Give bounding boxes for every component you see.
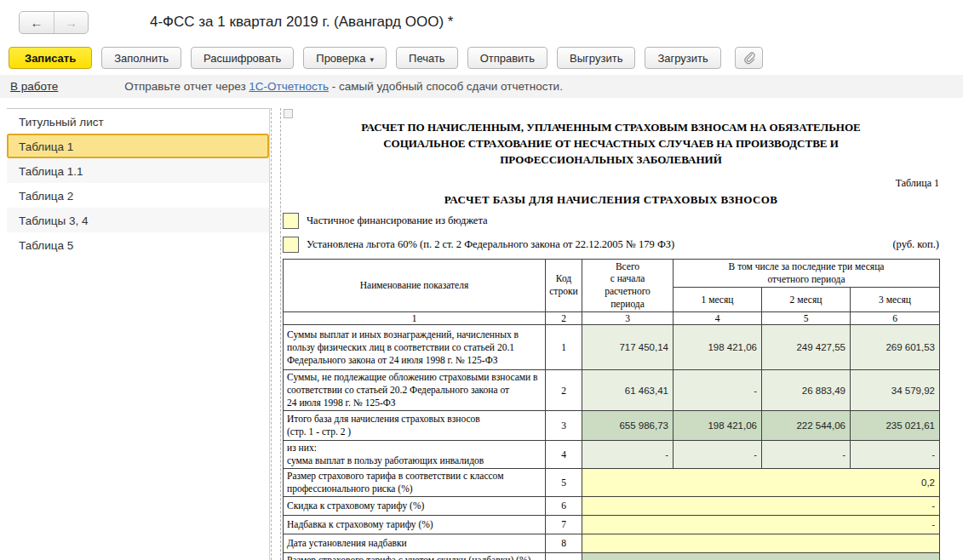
sidebar-item-table-2[interactable]: Таблица 2 bbox=[7, 183, 269, 208]
export-button[interactable]: Выгрузить bbox=[557, 47, 635, 69]
checkbox-row-benefit-60: Установлена льгота 60% (п. 2 ст. 2 Федер… bbox=[283, 236, 939, 254]
save-button[interactable]: Записать bbox=[9, 47, 92, 69]
check-dropdown-button[interactable]: Проверка▾ bbox=[303, 47, 387, 69]
nav-history-group: ← → bbox=[19, 11, 89, 34]
row-label: Размер страхового тарифа в соответствии … bbox=[284, 468, 546, 496]
sidebar-item-tables-3-4[interactable]: Таблицы 3, 4 bbox=[7, 208, 269, 232]
row-code: 3 bbox=[546, 411, 582, 441]
row-code: 8 bbox=[546, 534, 582, 552]
report-state-link[interactable]: В работе bbox=[10, 80, 58, 93]
col-header-group: В том числе за последние три месяца отче… bbox=[674, 259, 940, 288]
table-row: Размер страхового тарифа в соответствии … bbox=[284, 468, 940, 496]
col-header-month-3: 3 месяц bbox=[851, 288, 940, 312]
sheet-corner[interactable] bbox=[284, 109, 293, 118]
value-cell[interactable]: 198 421,06 bbox=[674, 325, 762, 370]
status-message: Отправьте отчет через 1С-Отчетность - са… bbox=[124, 80, 563, 93]
sidebar-item-table-5[interactable]: Таблица 5 bbox=[7, 232, 269, 257]
panel-splitter[interactable] bbox=[271, 108, 281, 560]
value-cell[interactable]: - bbox=[582, 515, 940, 534]
value-cell[interactable]: 0,20 bbox=[582, 552, 940, 560]
row-code: 6 bbox=[546, 496, 582, 515]
sidebar-item-table-1-1[interactable]: Таблица 1.1 bbox=[7, 158, 269, 183]
back-button[interactable]: ← bbox=[20, 12, 54, 33]
chevron-down-icon: ▾ bbox=[370, 55, 375, 64]
value-cell[interactable]: 235 021,61 bbox=[851, 411, 940, 441]
value-cell[interactable]: 61 463,41 bbox=[582, 370, 674, 411]
value-cell[interactable]: 26 883,49 bbox=[762, 370, 851, 411]
column-number-row: 1 2 3 4 5 6 bbox=[284, 312, 940, 325]
attachments-button[interactable] bbox=[735, 47, 763, 69]
value-cell[interactable]: - bbox=[582, 441, 674, 469]
status-message-suffix: - самый удобный способ сдачи отчетности. bbox=[329, 80, 563, 93]
value-cell[interactable]: 269 601,53 bbox=[851, 325, 940, 370]
page-title: 4-ФСС за 1 квартал 2019 г. (Авангард ООО… bbox=[150, 14, 453, 31]
print-button[interactable]: Печать bbox=[396, 47, 458, 69]
value-cell[interactable]: - bbox=[674, 370, 762, 411]
value-cell[interactable]: 198 421,06 bbox=[674, 411, 762, 441]
value-cell[interactable] bbox=[582, 534, 940, 552]
app-window: ← → 4-ФСС за 1 квартал 2019 г. (Авангард… bbox=[0, 0, 963, 560]
row-code: 9 bbox=[546, 552, 582, 560]
value-cell[interactable]: - bbox=[674, 441, 762, 469]
value-cell[interactable]: 249 427,55 bbox=[762, 325, 851, 370]
col-number: 3 bbox=[582, 312, 674, 325]
forward-button[interactable]: → bbox=[54, 12, 88, 33]
benefit-60-checkbox[interactable] bbox=[283, 237, 299, 253]
col-header-name: Наименование показателя bbox=[284, 259, 546, 312]
table-row: Скидка к страховому тарифу (%) 6 - bbox=[284, 496, 940, 515]
fill-button[interactable]: Заполнить bbox=[101, 47, 181, 69]
check-button-label: Проверка bbox=[316, 52, 365, 65]
status-bar: В работе Отправьте отчет через 1С-Отчетн… bbox=[0, 75, 963, 98]
table-row: Надбавка к страховому тарифу (%) 7 - bbox=[284, 515, 940, 534]
report-title: РАСЧЕТ ПО НАЧИСЛЕННЫМ, УПЛАЧЕННЫМ СТРАХО… bbox=[283, 120, 939, 169]
units-note: (руб. коп.) bbox=[892, 238, 939, 251]
toolbar: Записать Заполнить Расшифровать Проверка… bbox=[0, 44, 963, 75]
partial-financing-label: Частичное финансирование из бюджета bbox=[307, 214, 488, 227]
col-number: 1 bbox=[284, 312, 546, 325]
partial-financing-checkbox[interactable] bbox=[283, 213, 299, 229]
row-label: Суммы, не подлежащие обложению страховым… bbox=[284, 370, 546, 411]
value-cell[interactable]: - bbox=[851, 441, 940, 469]
report-form: РАСЧЕТ ПО НАЧИСЛЕННЫМ, УПЛАЧЕННЫМ СТРАХО… bbox=[283, 120, 939, 560]
row-code: 2 bbox=[546, 370, 582, 411]
sidebar-item-table-1[interactable]: Таблица 1 bbox=[7, 134, 269, 158]
row-label: из них: сумма выплат в пользу работающих… bbox=[284, 441, 546, 469]
row-label: Надбавка к страховому тарифу (%) bbox=[284, 515, 546, 534]
table-number-label: Таблица 1 bbox=[283, 177, 939, 190]
value-cell[interactable]: 0,2 bbox=[582, 468, 940, 496]
col-number: 5 bbox=[762, 312, 851, 325]
1c-reporting-link[interactable]: 1С-Отчетность bbox=[249, 80, 329, 93]
value-cell[interactable]: 717 450,14 bbox=[582, 325, 674, 370]
sidebar-item-title-page[interactable]: Титульный лист bbox=[7, 109, 269, 134]
row-code: 1 bbox=[546, 325, 582, 370]
row-label: Скидка к страховому тарифу (%) bbox=[284, 496, 546, 515]
benefit-60-label: Установлена льгота 60% (п. 2 ст. 2 Федер… bbox=[307, 238, 674, 251]
report-area: РАСЧЕТ ПО НАЧИСЛЕННЫМ, УПЛАЧЕННЫМ СТРАХО… bbox=[282, 108, 963, 560]
table-row: Суммы выплат и иных вознаграждений, начи… bbox=[284, 325, 940, 370]
table-row: Размер страхового тарифа с учетом скидки… bbox=[284, 552, 940, 560]
table-row: Суммы, не подлежащие обложению страховым… bbox=[284, 370, 940, 411]
col-number: 4 bbox=[674, 312, 762, 325]
col-number: 6 bbox=[851, 312, 940, 325]
import-button[interactable]: Загрузить bbox=[645, 47, 720, 69]
forward-arrow-icon: → bbox=[65, 15, 77, 30]
table-row: из них: сумма выплат в пользу работающих… bbox=[284, 441, 940, 469]
row-label: Суммы выплат и иных вознаграждений, начи… bbox=[284, 325, 546, 370]
value-cell[interactable]: 222 544,06 bbox=[762, 411, 851, 441]
col-header-code: Код строки bbox=[546, 259, 582, 312]
value-cell[interactable]: - bbox=[582, 496, 940, 515]
decrypt-button[interactable]: Расшифровать bbox=[191, 47, 294, 69]
value-cell[interactable]: 34 579,92 bbox=[851, 370, 940, 411]
send-button[interactable]: Отправить bbox=[467, 47, 547, 69]
col-number: 2 bbox=[546, 312, 582, 325]
paperclip-icon bbox=[742, 51, 755, 64]
col-header-total: Всего с начала расчетного периода bbox=[582, 259, 674, 312]
row-label: Размер страхового тарифа с учетом скидки… bbox=[284, 552, 546, 560]
row-code: 4 bbox=[546, 441, 582, 469]
value-cell[interactable]: 655 986,73 bbox=[582, 411, 674, 441]
title-bar: ← → 4-ФСС за 1 квартал 2019 г. (Авангард… bbox=[0, 0, 963, 44]
row-code: 7 bbox=[546, 515, 582, 534]
value-cell[interactable]: - bbox=[762, 441, 851, 469]
back-arrow-icon: ← bbox=[31, 15, 43, 30]
table-header-row: Наименование показателя Код строки Всего… bbox=[284, 259, 940, 288]
